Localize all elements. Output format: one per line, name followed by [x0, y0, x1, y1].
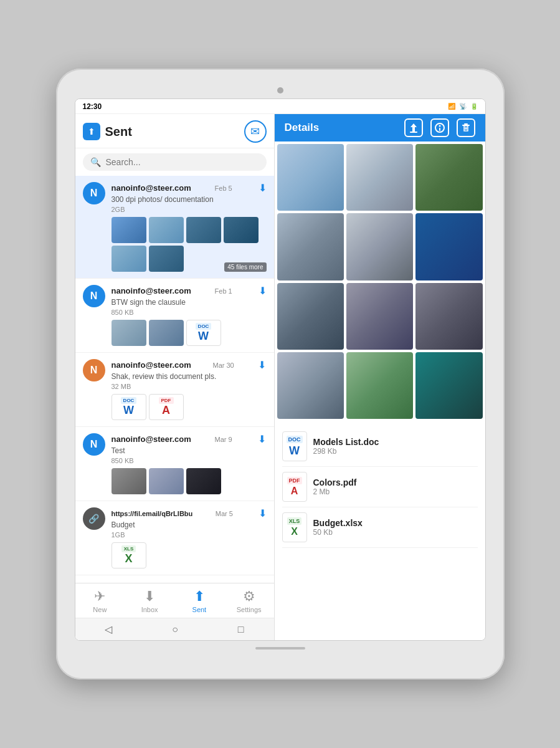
main-content: ⬆ Sent ✉ 🔍 N [75, 114, 485, 640]
nav-settings-icon: ⚙ [243, 588, 255, 605]
file-item-doc[interactable]: DOC W Models List.doc 298 Kb [282, 426, 478, 467]
email-item-1[interactable]: N nanoinfo@steer.com Feb 5 ⬇ 300 dpi pho… [75, 176, 274, 279]
word-icon: W [289, 444, 300, 458]
attachment-thumb-5 [112, 246, 146, 272]
header-actions [404, 118, 475, 137]
email-size-5: 1GB [112, 531, 267, 539]
nav-new-icon: ✈ [94, 588, 105, 605]
left-panel: ⬆ Sent ✉ 🔍 N [75, 114, 275, 640]
email-from-row-1: nanoinfo@steer.com Feb 5 ⬇ [112, 182, 267, 194]
right-panel: Details [275, 114, 485, 640]
email-size-3: 32 MB [112, 383, 267, 390]
compose-button[interactable]: ✉ [244, 120, 267, 143]
right-header: Details [275, 114, 485, 141]
email-subject-5: Budget [112, 520, 267, 529]
tablet-top-bar [69, 87, 492, 94]
grid-photo-11[interactable] [346, 352, 413, 419]
svg-rect-0 [410, 132, 417, 133]
file-info-doc: Models List.doc 298 Kb [313, 437, 478, 456]
download-icon-3[interactable]: ⬇ [258, 359, 266, 371]
download-icon-4[interactable]: ⬇ [258, 433, 266, 445]
svg-rect-2 [439, 128, 440, 131]
file-size-doc: 298 Kb [313, 447, 478, 456]
android-recents-button[interactable]: □ [238, 624, 244, 635]
search-icon: 🔍 [90, 157, 101, 167]
email-meta-3: nanoinfo@steer.com Mar 30 ⬇ Shak, review… [112, 359, 267, 381]
email-item-2[interactable]: N nanoinfo@steer.com Feb 1 ⬇ BTW sign th… [75, 279, 274, 353]
status-bar: 12:30 📶 📡 🔋 [75, 99, 485, 114]
pdf-file-icon: PDF A [282, 472, 307, 502]
doc-file-icon: DOC W [282, 431, 307, 461]
grid-photo-9[interactable] [415, 283, 482, 350]
search-bar[interactable]: 🔍 [83, 153, 267, 171]
file-list: DOC W Models List.doc 298 Kb PDF [275, 421, 485, 553]
download-icon-2[interactable]: ⬇ [259, 285, 267, 297]
nav-item-sent[interactable]: ⬆ Sent [174, 588, 224, 613]
details-title: Details [285, 122, 320, 134]
email-size-2: 850 KB [112, 309, 267, 316]
download-icon-5[interactable]: ⬇ [259, 507, 267, 519]
grid-photo-3[interactable] [415, 144, 482, 211]
grid-photo-4[interactable] [277, 213, 344, 280]
info-button[interactable] [430, 118, 449, 137]
delete-button[interactable] [457, 118, 475, 137]
email-item-5[interactable]: 🔗 https://fil.email/qBrLlBbu Mar 5 ⬇ Bud… [75, 501, 274, 575]
email-date-5: Mar 5 [216, 510, 233, 517]
right-scrollable: DOC W Models List.doc 298 Kb PDF [275, 141, 485, 640]
battery-icon: 🔋 [470, 103, 478, 110]
tablet-bottom [69, 647, 492, 650]
file-item-xls[interactable]: XLS X Budget.xlsx 50 Kb [282, 507, 478, 548]
grid-photo-1[interactable] [277, 144, 344, 211]
attachment-thumb-6 [149, 246, 184, 272]
email-date-3: Mar 30 [213, 362, 234, 369]
email-item-header-2: N nanoinfo@steer.com Feb 1 ⬇ BTW sign th… [83, 285, 267, 307]
android-nav: ◁ ○ □ [75, 618, 274, 640]
grid-photo-2[interactable] [346, 144, 413, 211]
att-thumb-people-2 [149, 320, 184, 346]
grid-photo-5[interactable] [346, 213, 413, 280]
email-item-4[interactable]: N nanoinfo@steer.com Mar 9 ⬇ Test 850 KB [75, 427, 274, 501]
att-thumb-doc-1: DOC W [186, 320, 221, 346]
tablet-frame: 12:30 📶 📡 🔋 ⬆ Sent ✉ 🔍 [56, 69, 505, 679]
file-item-pdf[interactable]: PDF A Colors.pdf 2 Mb [282, 467, 478, 507]
left-header: ⬆ Sent ✉ [75, 114, 274, 148]
bottom-nav: ✈ New ⬇ Inbox ⬆ Sent ⚙ Settings [75, 583, 274, 618]
email-from-2: nanoinfo@steer.com [112, 286, 191, 295]
android-home-button[interactable]: ○ [172, 624, 178, 635]
email-item-header-4: N nanoinfo@steer.com Mar 9 ⬇ Test [83, 433, 267, 456]
email-from-5: https://fil.email/qBrLlBbu [112, 510, 193, 517]
grid-photo-6[interactable] [415, 213, 482, 280]
email-from-3: nanoinfo@steer.com [112, 360, 191, 370]
email-item-3[interactable]: N nanoinfo@steer.com Mar 30 ⬇ Shak, revi… [75, 353, 274, 427]
doc-label: DOC [287, 436, 303, 443]
svg-rect-5 [464, 123, 468, 125]
email-subject-3: Shak, review this document pls. [112, 372, 267, 381]
att-xls-1: XLS X [112, 542, 146, 568]
nav-item-new[interactable]: ✈ New [75, 588, 125, 613]
grid-photo-10[interactable] [277, 352, 344, 419]
email-meta-4: nanoinfo@steer.com Mar 9 ⬇ Test [112, 433, 267, 455]
att-thumb-headphones [186, 468, 221, 494]
home-bar [255, 647, 305, 650]
search-input[interactable] [106, 157, 259, 167]
android-back-button[interactable]: ◁ [105, 623, 112, 635]
email-subject-4: Test [112, 446, 267, 455]
grid-photo-12[interactable] [415, 352, 482, 419]
tablet-camera [277, 87, 283, 94]
email-from-row-4: nanoinfo@steer.com Mar 9 ⬇ [112, 433, 267, 445]
nav-item-settings[interactable]: ⚙ Settings [224, 588, 274, 613]
download-icon-1[interactable]: ⬇ [259, 182, 267, 194]
grid-photo-8[interactable] [346, 283, 413, 350]
tablet-screen: 12:30 📶 📡 🔋 ⬆ Sent ✉ 🔍 [75, 98, 486, 641]
upload-button[interactable] [404, 118, 423, 137]
email-from-row-2: nanoinfo@steer.com Feb 1 ⬇ [112, 285, 267, 297]
nav-sent-label: Sent [192, 606, 207, 613]
nav-settings-label: Settings [237, 606, 262, 613]
nav-item-inbox[interactable]: ⬇ Inbox [125, 588, 174, 613]
email-from-row-3: nanoinfo@steer.com Mar 30 ⬇ [112, 359, 267, 371]
att-thumb-tablet [149, 468, 184, 494]
photo-grid [275, 141, 485, 421]
file-size-pdf: 2 Mb [313, 487, 478, 496]
nav-sent-icon: ⬆ [194, 588, 205, 605]
grid-photo-7[interactable] [277, 283, 344, 350]
